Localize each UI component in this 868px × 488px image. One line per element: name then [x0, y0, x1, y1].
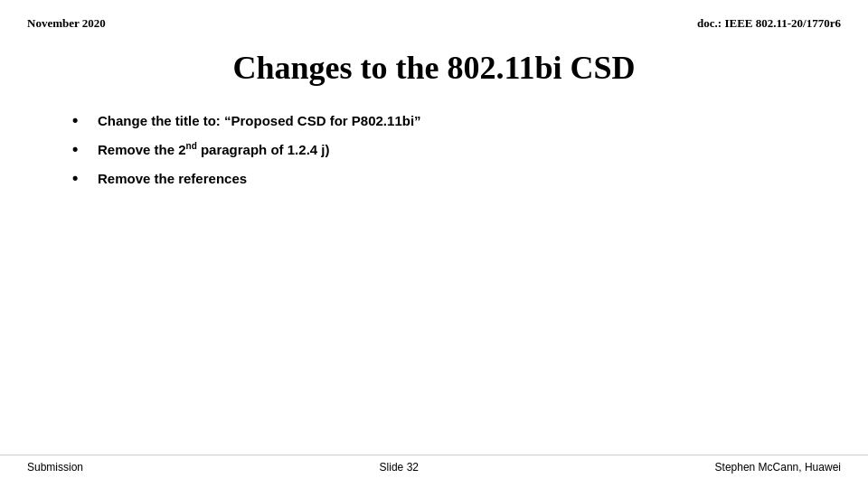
bullet-dot-3: •	[72, 170, 90, 186]
bullet-item-1: • Change the title to: “Proposed CSD for…	[72, 112, 796, 128]
slide-footer: Submission Slide 32 Stephen McCann, Huaw…	[0, 455, 868, 474]
footer-submission: Submission	[27, 461, 83, 474]
footer-slide-number: Slide 32	[380, 461, 419, 474]
bullet-text-1: Change the title to: “Proposed CSD for P…	[98, 113, 421, 128]
content-section: • Change the title to: “Proposed CSD for…	[0, 112, 868, 186]
bullet-text-3: Remove the references	[98, 171, 247, 186]
footer-author: Stephen McCann, Huawei	[715, 461, 841, 474]
header-date: November 2020	[27, 16, 106, 31]
bullet-dot-1: •	[72, 112, 90, 128]
bullet-item-2: • Remove the 2nd paragraph of 1.2.4 j)	[72, 141, 796, 157]
bullet-item-3: • Remove the references	[72, 170, 796, 186]
title-section: Changes to the 802.11bi CSD	[0, 49, 868, 87]
slide: November 2020 doc.: IEEE 802.11-20/1770r…	[0, 0, 868, 488]
slide-title: Changes to the 802.11bi CSD	[0, 49, 868, 87]
slide-header: November 2020 doc.: IEEE 802.11-20/1770r…	[0, 0, 868, 31]
header-doc: doc.: IEEE 802.11-20/1770r6	[697, 16, 841, 31]
bullet-list: • Change the title to: “Proposed CSD for…	[72, 112, 796, 186]
bullet-dot-2: •	[72, 141, 90, 157]
bullet-text-2: Remove the 2nd paragraph of 1.2.4 j)	[98, 141, 329, 157]
